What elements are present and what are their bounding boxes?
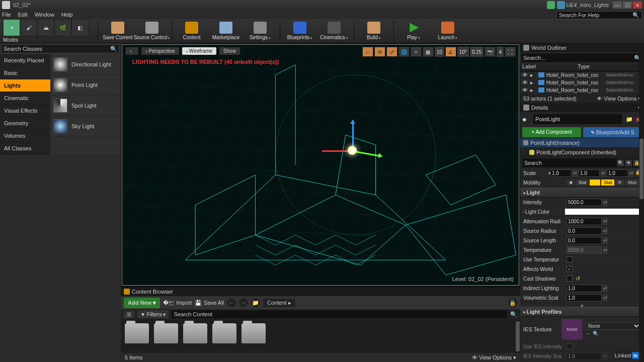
mode-paint-button[interactable]: 🖌 (20, 19, 37, 36)
details-search[interactable]: Search 🔍👁🔒 (522, 158, 642, 167)
intensity-input[interactable] (567, 199, 602, 206)
sources-toggle[interactable]: ☰ (124, 311, 134, 318)
component-root[interactable]: PointLight(Instance) (520, 138, 644, 148)
cat-geometry[interactable]: Geometry (0, 117, 50, 130)
filters-button[interactable]: ▼ Filters ▾ (137, 310, 169, 318)
transform-translate-button[interactable]: ↔ (362, 47, 373, 57)
add-component-button[interactable]: + Add Component (522, 127, 581, 137)
source-control-button[interactable]: Source Control (135, 20, 169, 43)
angle-snap-value[interactable]: 10° (457, 47, 469, 57)
show-button[interactable]: Show (219, 47, 240, 55)
path-picker-button[interactable]: 📁 (251, 298, 260, 307)
settings-button[interactable]: Settings (244, 20, 277, 43)
viewport[interactable]: Perspective Wireframe Show ↔ ⟳ ⤢ 🌐 ⌗ ▦ 1… (122, 44, 519, 286)
browse-icon[interactable]: 📁 (626, 116, 633, 123)
cat-visual-effects[interactable]: Visual Effects (0, 105, 50, 117)
perspective-button[interactable]: Perspective (141, 47, 179, 55)
component-child[interactable]: PointLightComponent (Inherited) (520, 148, 644, 157)
grid-snap-value[interactable]: 10 (435, 47, 444, 57)
source-length-input[interactable] (567, 237, 602, 244)
folder-item[interactable] (242, 323, 266, 343)
mode-geometry-button[interactable]: ◧ (71, 19, 89, 36)
content-search-input[interactable]: Search Content (172, 310, 507, 318)
angle-snap-button[interactable]: ∠ (445, 47, 456, 57)
mobility-toggle[interactable]: ■Stat⚡Stat⟳Mov (567, 179, 641, 186)
ies-thumbnail[interactable]: None (561, 319, 583, 340)
cast-shadows-checkbox[interactable] (567, 276, 573, 282)
save-all-button[interactable]: 💾 Save All (195, 300, 224, 306)
sync-icon[interactable] (557, 1, 565, 9)
ies-texture-select[interactable]: None (586, 322, 641, 330)
search-classes-input[interactable]: Search Classes🔍 (1, 44, 120, 53)
viewport-options-button[interactable] (125, 47, 139, 55)
add-new-button[interactable]: Add New ▾ (124, 298, 160, 308)
browse-asset-icon[interactable]: 🔍 (593, 331, 599, 336)
grid-snap-button[interactable]: ▦ (423, 47, 434, 57)
outliner-search[interactable]: Search...🔍 (521, 53, 643, 62)
maximize-viewport-button[interactable]: ⛶ (505, 47, 516, 57)
nav-forward-button[interactable]: → (239, 298, 248, 307)
asset-grid[interactable] (121, 319, 520, 353)
build-button[interactable]: Build (357, 20, 390, 43)
folder-item[interactable] (183, 323, 207, 343)
view-options-button[interactable]: 👁 View Options ▾ (472, 354, 516, 361)
menu-file[interactable]: File (2, 12, 11, 18)
outliner-row[interactable]: 👁▸Hotel_Room_hotel_rooStaticMeshAc (520, 79, 644, 86)
cat-lights[interactable]: Lights (0, 79, 50, 92)
blueprint-add-button[interactable]: ✎ Blueprint/Add S (583, 127, 642, 137)
light-sky[interactable]: Sky Light (50, 116, 121, 137)
reset-icon[interactable]: ↺ (576, 276, 580, 282)
cat-cinematic[interactable]: Cinematic (0, 92, 50, 105)
menu-window[interactable]: Window (35, 12, 54, 18)
cat-basic[interactable]: Basic (0, 67, 50, 79)
filter-icon[interactable]: 👁 (625, 159, 632, 166)
mode-foliage-button[interactable]: 🌿 (54, 19, 71, 36)
light-color-swatch[interactable] (565, 208, 641, 215)
transform-rotate-button[interactable]: ⟳ (374, 47, 385, 57)
indirect-lighting-input[interactable] (567, 285, 602, 292)
category-light[interactable]: Light (520, 188, 644, 198)
minimize-button[interactable]: — (613, 2, 622, 9)
cat-all-classes[interactable]: All Classes (0, 142, 50, 155)
outliner-view-options[interactable]: 👁 View Options ▾ (597, 96, 641, 102)
scale-y-input[interactable] (579, 169, 600, 177)
cat-recently-placed[interactable]: Recently Placed (0, 54, 50, 67)
cinematics-button[interactable]: Cinematics (317, 20, 351, 43)
actor-name-input[interactable] (535, 116, 620, 122)
scale-z-input[interactable] (607, 169, 628, 177)
affects-world-checkbox[interactable]: ✓ (567, 266, 573, 272)
play-button[interactable]: Play (397, 20, 430, 43)
blueprints-button[interactable]: Blueprints (283, 20, 316, 43)
folder-item[interactable] (212, 323, 236, 343)
folder-item[interactable] (154, 323, 178, 343)
menu-edit[interactable]: Edit (18, 12, 28, 18)
menu-help[interactable]: Help (61, 12, 73, 18)
light-point[interactable]: Point Light (50, 75, 121, 96)
scale-x-input[interactable] (550, 169, 572, 177)
scrollbar[interactable] (515, 319, 520, 353)
content-button[interactable]: Content (175, 20, 208, 43)
source-radius-input[interactable] (567, 227, 602, 235)
content-browser-tab[interactable]: Content Browser (121, 287, 520, 296)
cat-volumes[interactable]: Volumes (0, 130, 50, 142)
details-tab[interactable]: Details▾ (520, 103, 644, 112)
attenuation-input[interactable] (567, 218, 602, 225)
light-directional[interactable]: Directional Light (50, 54, 121, 75)
outliner-row[interactable]: 👁▸Hotel_Room_hotel_rooStaticMeshAc (520, 86, 644, 94)
use-asset-icon[interactable]: ← (586, 331, 591, 336)
volumetric-input[interactable] (567, 294, 602, 302)
maximize-button[interactable]: ☐ (623, 2, 632, 9)
light-spot[interactable]: Spot Light (50, 96, 121, 116)
transform-scale-button[interactable]: ⤢ (386, 47, 397, 57)
nav-back-button[interactable]: ← (227, 298, 236, 307)
breadcrumb[interactable]: Content ▸ (263, 299, 295, 307)
camera-speed-value[interactable]: 4 (497, 47, 504, 57)
expand-icon[interactable]: ▾ (520, 303, 644, 307)
outliner-row[interactable]: 👁▸Hotel_Room_hotel_rooStaticMeshAc (520, 71, 644, 79)
visibility-icon[interactable]: 👁 (522, 79, 528, 85)
scale-snap-value[interactable]: 0.25 (470, 47, 484, 57)
import-button[interactable]: �だ Import (163, 299, 192, 307)
visibility-icon[interactable]: 👁 (522, 72, 528, 78)
details-scrollbar[interactable] (639, 43, 644, 362)
use-temperature-checkbox[interactable] (567, 256, 573, 262)
